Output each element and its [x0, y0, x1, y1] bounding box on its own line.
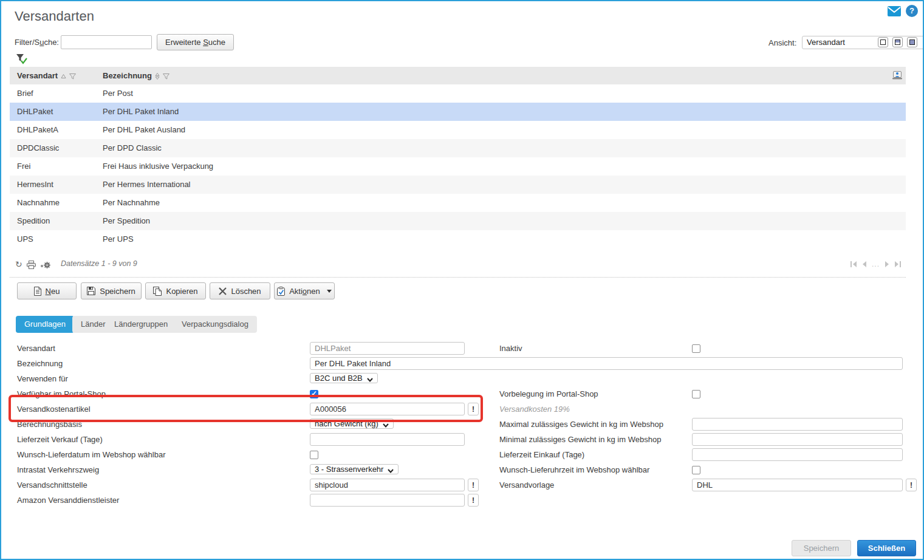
column-filter-icon[interactable]: [163, 73, 169, 80]
view-mode-split-button[interactable]: [892, 37, 903, 47]
cell-versandart: DHLPaketA: [17, 121, 58, 139]
table-row[interactable]: NachnahmePer Nachnahme: [10, 194, 906, 212]
tab-verpackungsdialog[interactable]: Verpackungsdialog: [173, 316, 257, 333]
cell-bezeichnung: Per DHL Paket Inland: [103, 103, 179, 121]
intrastat-label: Intrastat Verkehrszweig: [17, 465, 99, 474]
cell-bezeichnung: Per Hermes International: [103, 176, 191, 194]
max-gewicht-field[interactable]: [692, 418, 903, 431]
chevron-down-icon: [388, 469, 394, 473]
verwenden-fuer-label: Verwenden für: [17, 374, 68, 383]
verfuegbar-portal-checkbox[interactable]: ✓: [310, 390, 318, 398]
versandvorlage-lookup-button[interactable]: !: [906, 479, 917, 491]
bezeichnung-label: Bezeichnung: [17, 359, 63, 368]
actions-menu-button[interactable]: Aktionen: [274, 282, 335, 299]
cell-bezeichnung: Per Nachnahme: [103, 194, 160, 212]
list-view-icon: [880, 39, 886, 45]
help-icon[interactable]: ?: [906, 5, 918, 17]
cell-versandart: UPS: [17, 230, 33, 248]
save-button[interactable]: Speichern: [81, 282, 142, 299]
inaktiv-checkbox[interactable]: [692, 344, 700, 353]
amazon-versanddienstleister-lookup-button[interactable]: !: [468, 494, 479, 507]
last-page-icon[interactable]: [894, 261, 901, 267]
view-mode-list-button[interactable]: [878, 37, 888, 47]
chevron-down-icon: [367, 378, 373, 382]
amazon-versanddienstleister-field[interactable]: [310, 494, 465, 507]
min-gewicht-field[interactable]: [692, 433, 903, 446]
table-row[interactable]: SpeditionPer Spedition: [10, 212, 906, 230]
first-page-icon[interactable]: [850, 261, 857, 267]
amazon-versanddienstleister-label: Amazon Versanddienstleister: [17, 496, 119, 505]
cell-bezeichnung: Per Spedition: [103, 212, 150, 230]
versandschnittstelle-label: Versandschnittstelle: [17, 480, 87, 490]
clipboard-check-icon: [277, 287, 285, 296]
tab-laendergruppen[interactable]: Ländergruppen: [106, 316, 176, 333]
cell-versandart: Frei: [17, 157, 30, 176]
versandkosten-note: Versandkosten 19%: [499, 405, 570, 414]
vorbelegung-label: Vorbelegung im Portal-Shop: [499, 389, 598, 398]
print-icon[interactable]: [27, 261, 36, 269]
view-select-value: Versandart: [807, 38, 845, 47]
search-input[interactable]: [61, 35, 152, 49]
filter-active-icon[interactable]: [16, 53, 28, 64]
versandarten-window: Versandarten ? Filter/Suche: Erweiterte …: [0, 0, 924, 560]
table-row[interactable]: HermesIntPer Hermes International: [10, 176, 906, 194]
new-button[interactable]: Neu: [17, 282, 77, 299]
advanced-search-button[interactable]: Erweiterte Suche: [157, 34, 234, 50]
delete-button[interactable]: Löschen: [210, 282, 270, 299]
versandart-label: Versandart: [17, 344, 55, 353]
table-header-row: Versandart Bezeichnung: [10, 67, 906, 84]
berechnungsbasis-label: Berechnungsbasis: [17, 420, 82, 429]
copy-button[interactable]: Kopieren: [145, 282, 206, 299]
bezeichnung-field[interactable]: [310, 357, 903, 370]
lieferzeit-einkauf-label: Lieferzeit Einkauf (Tage): [499, 450, 584, 459]
footer-save-button[interactable]: Speichern: [792, 540, 851, 556]
table-row[interactable]: BriefPer Post: [10, 84, 906, 103]
record-count-status: Datensätze 1 - 9 von 9: [61, 259, 137, 268]
intrastat-select[interactable]: 3 - Strassenverkehr: [310, 464, 399, 474]
column-header-versandart[interactable]: Versandart: [17, 67, 76, 84]
wunsch-lieferdatum-checkbox[interactable]: [310, 451, 318, 459]
verfuegbar-portal-label: Verfügbar im Portal-Shop: [17, 389, 106, 398]
verwenden-fuer-select[interactable]: B2C und B2B: [310, 373, 378, 383]
table-row[interactable]: UPSPer UPS: [10, 230, 906, 248]
lieferzeit-verkauf-field[interactable]: [310, 433, 465, 446]
table-row[interactable]: DPDClassicPer DPD Classic: [10, 139, 906, 157]
versandkostenartikel-lookup-button[interactable]: !: [468, 403, 479, 415]
refresh-icon[interactable]: ↻: [15, 258, 22, 270]
floppy-icon: [87, 287, 95, 295]
next-page-icon[interactable]: [885, 261, 889, 267]
vorbelegung-checkbox[interactable]: [692, 390, 700, 398]
cell-bezeichnung: Frei Haus inklusive Verpackung: [103, 157, 213, 176]
table-row-selected[interactable]: DHLPaketPer DHL Paket Inland: [10, 103, 906, 121]
versandart-field[interactable]: [310, 342, 465, 355]
page-title: Versandarten: [15, 9, 94, 24]
versandschnittstelle-lookup-button[interactable]: !: [468, 479, 479, 491]
table-row[interactable]: FreiFrei Haus inklusive Verpackung: [10, 157, 906, 176]
view-select[interactable]: Versandart: [802, 36, 924, 49]
table-row[interactable]: DHLPaketAPer DHL Paket Ausland: [10, 121, 906, 139]
sort-both-icon[interactable]: [155, 73, 160, 80]
pager-nav: ...: [850, 260, 901, 268]
page-ellipsis: ...: [872, 260, 880, 268]
column-filter-icon[interactable]: [69, 73, 76, 80]
tab-grundlagen[interactable]: Grundlagen: [16, 316, 74, 333]
wunsch-lieferuhrzeit-checkbox[interactable]: [692, 466, 700, 474]
versandvorlage-field[interactable]: [692, 479, 903, 491]
footer-close-button[interactable]: Schließen: [857, 540, 916, 556]
prev-page-icon[interactable]: [862, 261, 867, 267]
versandschnittstelle-field[interactable]: [310, 479, 465, 491]
mail-icon[interactable]: [888, 6, 901, 16]
versandkostenartikel-field[interactable]: [310, 403, 465, 415]
lieferzeit-einkauf-field[interactable]: [692, 448, 903, 461]
x-icon: [219, 287, 227, 295]
pagination-bar: ↻ Datensätze 1 - 9 von 9 ...: [10, 258, 906, 271]
cell-versandart: Brief: [17, 84, 33, 103]
column-config-icon[interactable]: [892, 71, 902, 80]
column-header-bezeichnung[interactable]: Bezeichnung: [103, 67, 169, 84]
settings-icon[interactable]: [40, 261, 50, 269]
min-gewicht-label: Minimal zulässiges Gewicht in kg im Webs…: [499, 435, 661, 444]
cell-bezeichnung: Per DHL Paket Ausland: [103, 121, 185, 139]
view-mode-detail-button[interactable]: [907, 37, 917, 47]
sort-ascending-icon[interactable]: [61, 73, 66, 79]
berechnungsbasis-select[interactable]: nach Gewicht (kg): [310, 418, 394, 429]
